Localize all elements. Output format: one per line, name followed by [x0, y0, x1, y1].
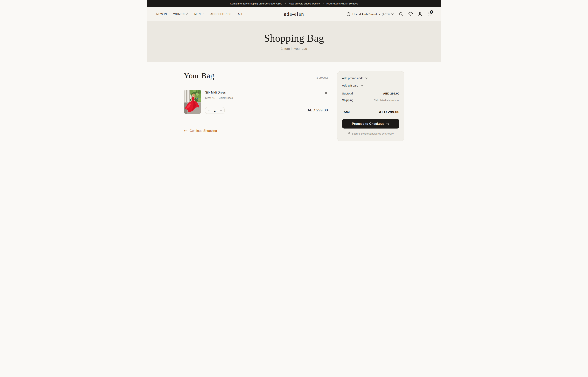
cart-count-badge: 1 [430, 10, 433, 14]
nav-item-label: ACCESSORIES [210, 12, 231, 16]
wishlist-heart-icon [408, 12, 413, 16]
page-title: Shopping Bag [264, 32, 324, 44]
chevron-down-icon [202, 13, 204, 15]
primary-nav: NEW IN WOMEN MEN ACCESSORIES ALL [156, 12, 243, 16]
search-icon [399, 12, 403, 16]
subtotal-label: Subtotal [342, 92, 353, 95]
gift-card-toggle[interactable]: Add gift card [342, 84, 363, 87]
shipping-value: Calculated at checkout [374, 99, 400, 102]
chevron-down-icon [365, 77, 368, 79]
account-icon [418, 12, 422, 16]
chevron-down-icon [186, 13, 188, 15]
remove-item-button[interactable] [324, 91, 328, 95]
separator-dot [323, 3, 324, 4]
page-hero: Shopping Bag 1 item in your bag [147, 21, 441, 62]
nav-item-all[interactable]: ALL [238, 12, 243, 16]
promo-code-toggle[interactable]: Add promo code [342, 76, 368, 80]
bag-heading: Your Bag [184, 71, 214, 80]
secure-checkout-text: Secure checkout powered by Shopify [352, 132, 394, 135]
header-actions: United Arab Emirates (AED) [346, 12, 432, 16]
account-button[interactable] [418, 12, 422, 16]
nav-item-new-in[interactable]: NEW IN [156, 12, 167, 16]
item-price: AED 299.00 [308, 108, 328, 112]
item-size: Size: XS [205, 96, 215, 99]
close-icon [325, 92, 328, 94]
bag-header: Your Bag 1 product [184, 71, 328, 80]
item-details: Silk Midi Dress Size: XS Color: Black − … [205, 90, 308, 114]
chevron-down-icon [391, 13, 394, 15]
search-button[interactable] [399, 12, 403, 16]
quantity-increase-button[interactable]: + [220, 109, 222, 112]
item-name[interactable]: Silk Midi Dress [205, 91, 308, 94]
secure-checkout-note: Secure checkout powered by Shopify [342, 132, 400, 135]
proceed-to-checkout-button[interactable]: Proceed to Checkout [342, 119, 400, 129]
nav-item-label: WOMEN [173, 12, 185, 16]
shipping-row: Shipping Calculated at checkout [342, 98, 400, 102]
nav-item-label: ALL [238, 12, 243, 16]
continue-shopping-label: Continue Shopping [189, 129, 217, 133]
cart-item-row: Silk Midi Dress Size: XS Color: Black − … [184, 90, 328, 114]
nav-item-label: MEN [194, 12, 201, 16]
wishlist-button[interactable] [408, 12, 413, 16]
total-label: Total [342, 110, 350, 114]
continue-shopping-link[interactable]: Continue Shopping [184, 129, 217, 133]
item-color: Color: Black [219, 96, 233, 99]
red-dress-photo-illustration [184, 90, 201, 114]
arrow-right-icon [386, 122, 389, 125]
announcement-message: Complimentary shipping on orders over €1… [230, 2, 282, 5]
nav-item-accessories[interactable]: ACCESSORIES [210, 12, 231, 16]
page-subtitle: 1 item in your bag [281, 47, 307, 51]
nav-item-women[interactable]: WOMEN [173, 12, 188, 16]
cart-button[interactable]: 1 [427, 12, 432, 16]
globe-icon [346, 12, 351, 16]
arrow-left-icon [184, 130, 188, 132]
brand-logo[interactable]: ada-elan [284, 11, 304, 17]
total-value: AED 299.00 [379, 110, 400, 114]
chevron-down-icon [361, 85, 363, 86]
item-variant-info: Size: XS Color: Black [205, 96, 308, 99]
announcement-message: New arrivals added weekly [289, 2, 320, 5]
announcement-bar: Complimentary shipping on orders over €1… [147, 0, 441, 7]
shipping-label: Shipping [342, 98, 353, 102]
product-count: 1 product [317, 76, 328, 80]
quantity-stepper: − 1 + [205, 107, 224, 114]
quantity-value: 1 [214, 109, 216, 112]
site-header: NEW IN WOMEN MEN ACCESSORIES ALL ada-ela… [147, 7, 441, 21]
promo-code-label: Add promo code [342, 76, 364, 80]
cart-content: Your Bag 1 product [184, 62, 404, 165]
subtotal-value: AED 299.00 [383, 92, 400, 95]
separator-dot [285, 3, 286, 4]
subtotal-row: Subtotal AED 299.00 [342, 92, 400, 95]
country-currency-selector[interactable]: United Arab Emirates (AED) [346, 12, 394, 16]
bag-items-section: Your Bag 1 product [184, 71, 328, 133]
nav-item-label: NEW IN [156, 12, 167, 16]
country-name: United Arab Emirates [352, 12, 380, 16]
divider [342, 106, 400, 106]
lock-icon [348, 132, 350, 135]
announcement-message: Free returns within 30 days [327, 2, 358, 5]
total-row: Total AED 299.00 [342, 110, 400, 114]
quantity-decrease-button[interactable]: − [208, 109, 210, 112]
gift-card-label: Add gift card [342, 84, 358, 87]
product-image[interactable] [184, 90, 201, 114]
checkout-label: Proceed to Checkout [352, 122, 384, 126]
nav-item-men[interactable]: MEN [194, 12, 204, 16]
currency-code: (AED) [382, 12, 390, 16]
item-actions: AED 299.00 [308, 90, 328, 114]
order-summary-card: Add promo code Add gift card Subtotal AE… [337, 71, 404, 141]
divider [184, 124, 328, 124]
